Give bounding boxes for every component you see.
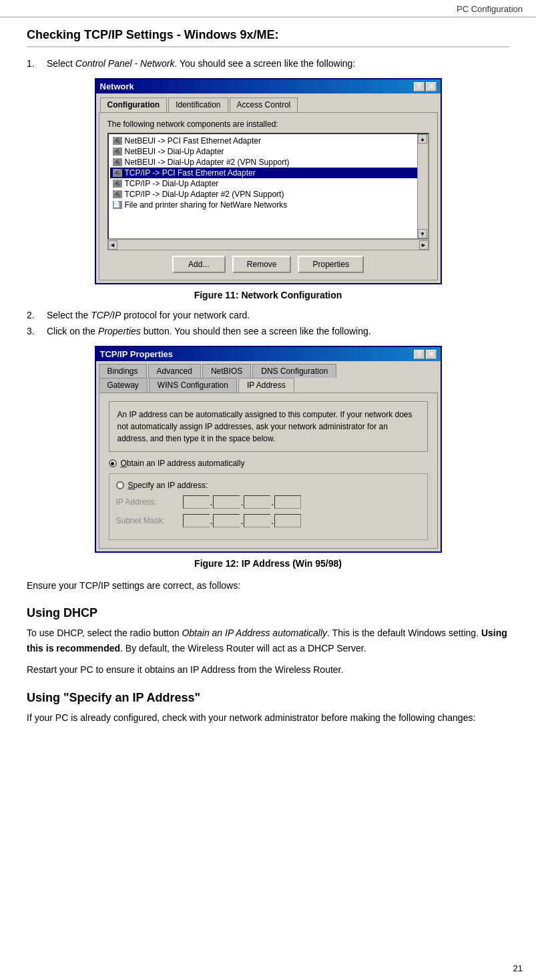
network-dialog-title: Network <box>100 81 134 91</box>
network-dialog-titlebar: Network ? ✕ <box>96 79 441 93</box>
subnet-octet-3[interactable] <box>244 514 270 527</box>
network-listbox-wrapper: 🔌 NetBEUI -> PCI Fast Ethernet Adapter 🔌… <box>107 133 429 240</box>
figure-12-caption: Figure 12: IP Address (Win 95/98) <box>194 558 342 569</box>
network-icon-2: 🔌 <box>113 158 122 166</box>
tab-advanced[interactable]: Advanced <box>148 364 201 378</box>
ip-octet-1[interactable] <box>183 495 210 509</box>
scroll-up[interactable]: ▲ <box>418 134 427 144</box>
ip-octet-4[interactable] <box>274 495 301 509</box>
step-3-text: Click on the Properties button. You shou… <box>47 326 371 336</box>
tcpip-close-button[interactable]: ✕ <box>426 350 437 359</box>
page-content: Checking TCP/IP Settings - Windows 9x/ME… <box>0 17 536 758</box>
subnet-octet-2[interactable] <box>213 514 240 527</box>
tab-ip-address[interactable]: IP Address <box>238 378 294 393</box>
tab-wins[interactable]: WINS Configuration <box>149 378 237 393</box>
figure-12-container: TCP/IP Properties ? ✕ Bindings Advanced … <box>27 346 509 569</box>
list-item-4-text: TCP/IP -> Dial-Up Adapter <box>125 179 219 188</box>
list-item-0-text: NetBEUI -> PCI Fast Ethernet Adapter <box>125 136 261 146</box>
using-dhcp-heading: Using DHCP <box>27 606 509 620</box>
network-components-label: The following network components are ins… <box>107 119 429 129</box>
subnet-mask-boxes: . . . <box>183 514 302 527</box>
tab-identification[interactable]: Identification <box>168 97 228 112</box>
subnet-octet-4[interactable] <box>274 514 301 527</box>
list-item-4[interactable]: 🔌 TCP/IP -> Dial-Up Adapter <box>110 178 427 189</box>
network-icon-1: 🔌 <box>113 148 122 156</box>
add-button[interactable]: Add... <box>172 256 226 273</box>
step-3-italic: Properties <box>98 326 141 336</box>
list-item-5[interactable]: 🔌 TCP/IP -> Dial-Up Adapter #2 (VPN Supp… <box>110 189 427 200</box>
list-item-6-text: File and printer sharing for NetWare Net… <box>125 200 288 210</box>
dhcp-italic: Obtain an IP Address automatically <box>182 628 327 638</box>
step-3: 3. Click on the Properties button. You s… <box>27 326 509 336</box>
help-button[interactable]: ? <box>414 82 425 91</box>
ip-address-boxes: . . . <box>183 495 302 509</box>
file-icon-0: 📄 <box>113 201 122 209</box>
tcpip-dialog: TCP/IP Properties ? ✕ Bindings Advanced … <box>95 346 442 553</box>
radio-1-dot <box>111 462 114 465</box>
step-1-text: Select Control Panel - Network. You shou… <box>47 58 355 69</box>
tcpip-tabs-row2: Gateway WINS Configuration IP Address <box>96 378 441 393</box>
tab-access-control[interactable]: Access Control <box>230 97 298 112</box>
ip-octet-3[interactable] <box>244 495 270 509</box>
step-2: 2. Select the TCP/IP protocol for your n… <box>27 310 509 320</box>
network-dialog-buttons: Add... Remove Properties <box>107 256 429 273</box>
ip-info-text: An IP address can be automatically assig… <box>117 410 413 443</box>
close-button[interactable]: ✕ <box>426 82 437 91</box>
specify-ip-section: Specify an IP address: IP Address: . . . <box>109 473 428 540</box>
dhcp-para-1: To use DHCP, select the radio button Obt… <box>27 626 509 656</box>
radio-2-circle[interactable] <box>116 481 124 489</box>
radio-2-underline: S <box>128 481 133 490</box>
tab-netbios[interactable]: NetBIOS <box>202 364 251 378</box>
page-title: Checking TCP/IP Settings - Windows 9x/ME… <box>27 28 509 47</box>
list-item-3[interactable]: 🔌 TCP/IP -> PCI Fast Ethernet Adapter <box>110 168 427 178</box>
listbox-scrollbar[interactable]: ▲ ▼ <box>417 134 428 238</box>
tcpip-dialog-body: An IP address can be automatically assig… <box>99 393 438 549</box>
network-icon-3: 🔌 <box>113 169 122 177</box>
step-2-number: 2. <box>27 310 47 320</box>
radio-2-label: Specify an IP address: <box>128 481 208 490</box>
radio-1-circle[interactable] <box>109 459 117 467</box>
network-dialog: Network ? ✕ Configuration Identification… <box>95 78 442 284</box>
step-1: 1. Select Control Panel - Network. You s… <box>27 58 509 69</box>
tab-bindings[interactable]: Bindings <box>99 364 147 378</box>
radio-row-2[interactable]: Specify an IP address: <box>116 481 421 490</box>
network-icon-4: 🔌 <box>113 180 122 188</box>
ip-octet-2[interactable] <box>213 495 240 509</box>
network-icon-5: 🔌 <box>113 190 122 198</box>
scroll-left[interactable]: ◄ <box>108 240 117 250</box>
step-2-italic: TCP/IP <box>91 310 121 320</box>
list-item-1[interactable]: 🔌 NetBEUI -> Dial-Up Adapter <box>110 146 427 157</box>
network-icon-0: 🔌 <box>113 137 122 145</box>
specify-ip-heading: Using "Specify an IP Address" <box>27 691 509 705</box>
figure-11-container: Network ? ✕ Configuration Identification… <box>27 78 509 300</box>
list-item-2-text: NetBEUI -> Dial-Up Adapter #2 (VPN Suppo… <box>125 158 290 167</box>
properties-button[interactable]: Properties <box>298 256 364 273</box>
list-item-5-text: TCP/IP -> Dial-Up Adapter #2 (VPN Suppor… <box>125 190 284 199</box>
tab-gateway[interactable]: Gateway <box>99 378 148 393</box>
step-1-italic: Control Panel - Network <box>75 58 175 69</box>
list-item-2[interactable]: 🔌 NetBEUI -> Dial-Up Adapter #2 (VPN Sup… <box>110 157 427 168</box>
step-1-suffix: . You should see a screen like the follo… <box>174 58 355 69</box>
ensure-text: Ensure your TCP/IP settings are correct,… <box>27 578 509 593</box>
step-2-text: Select the TCP/IP protocol for your netw… <box>47 310 250 320</box>
network-listbox[interactable]: 🔌 NetBEUI -> PCI Fast Ethernet Adapter 🔌… <box>107 133 429 240</box>
subnet-mask-row: Subnet Mask: . . . <box>116 514 421 527</box>
titlebar-buttons: ? ✕ <box>414 82 437 91</box>
h-scrollbar[interactable]: ◄ ► <box>107 240 429 250</box>
tcpip-help-button[interactable]: ? <box>414 350 425 359</box>
tcpip-titlebar-buttons: ? ✕ <box>414 350 437 359</box>
tab-configuration[interactable]: Configuration <box>100 97 168 112</box>
ip-address-row: IP Address: . . . <box>116 495 421 509</box>
remove-button[interactable]: Remove <box>232 256 292 273</box>
list-item-0[interactable]: 🔌 NetBEUI -> PCI Fast Ethernet Adapter <box>110 136 427 146</box>
scroll-down[interactable]: ▼ <box>418 229 427 238</box>
radio-1-underline: O <box>121 459 127 468</box>
tab-dns[interactable]: DNS Configuration <box>252 364 336 378</box>
page-number: 21 <box>513 963 523 973</box>
subnet-octet-1[interactable] <box>183 514 210 527</box>
radio-row-1[interactable]: Obtain an IP address automatically <box>109 459 428 468</box>
scroll-right[interactable]: ► <box>419 240 429 250</box>
network-dialog-tabs: Configuration Identification Access Cont… <box>96 93 441 112</box>
list-item-6[interactable]: 📄 File and printer sharing for NetWare N… <box>110 200 427 210</box>
ip-info-box: An IP address can be automatically assig… <box>109 401 428 452</box>
